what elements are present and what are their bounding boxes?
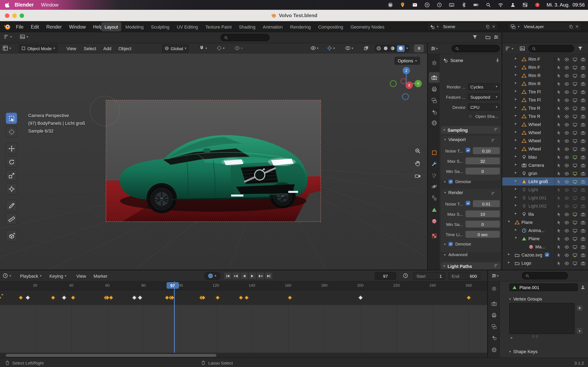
properties-tab-particles[interactable] <box>429 170 439 181</box>
properties-tab-modifiers[interactable] <box>429 159 439 169</box>
disclosure-closed-icon[interactable]: ▸ <box>515 179 517 183</box>
rn-value-field[interactable]: 10 <box>466 210 500 217</box>
outliner-item[interactable]: ▸Rim R <box>502 80 588 88</box>
outliner-item[interactable]: ▸Wheel <box>502 128 588 137</box>
properties-tab-object-data[interactable] <box>429 204 439 215</box>
zoom-tool-icon[interactable] <box>413 146 422 155</box>
shading-solid-icon[interactable] <box>383 46 388 51</box>
outliner-item[interactable]: ▾Plane <box>502 218 588 226</box>
viewport-preset-button[interactable] <box>491 137 495 144</box>
disable-viewport-toggle[interactable] <box>572 64 577 72</box>
list-expand-arrow[interactable]: ▸ <box>511 336 513 340</box>
strip-options-button[interactable] <box>493 34 499 42</box>
properties-tab-texture[interactable] <box>429 230 439 241</box>
outliner-item[interactable]: ▸Rim R <box>502 71 588 80</box>
selectable-toggle[interactable] <box>557 179 562 186</box>
outliner-item[interactable]: ▸blau <box>502 153 588 161</box>
selectable-toggle[interactable] <box>557 219 562 227</box>
keyframe-diamond[interactable] <box>244 295 249 300</box>
xray-toggle[interactable] <box>363 45 369 53</box>
disable-render-toggle[interactable] <box>581 179 586 186</box>
shading-wireframe-icon[interactable] <box>376 46 381 51</box>
topbar-menu-render[interactable]: Render <box>43 21 65 32</box>
pause-render-button[interactable] <box>414 44 424 52</box>
hide-viewport-toggle[interactable] <box>564 236 569 243</box>
camera-view-frame[interactable] <box>106 100 320 221</box>
selectable-toggle[interactable] <box>557 252 562 259</box>
disable-viewport-toggle[interactable] <box>572 146 577 153</box>
hide-viewport-toggle[interactable] <box>564 81 569 88</box>
properties-tab-constraints[interactable] <box>429 192 439 203</box>
tool-transform[interactable] <box>6 183 17 194</box>
disable-viewport-toggle[interactable] <box>572 89 577 96</box>
use-preview-range-button[interactable] <box>403 273 408 280</box>
hide-viewport-toggle[interactable] <box>564 162 569 170</box>
vp-value-field[interactable]: 0 <box>466 167 500 175</box>
disable-viewport-toggle[interactable] <box>572 97 577 104</box>
selectable-toggle[interactable] <box>557 211 562 218</box>
disable-viewport-toggle[interactable] <box>572 179 577 186</box>
keyframe-diamond[interactable] <box>0 295 1 300</box>
outliner-item-label[interactable]: Rim R <box>528 81 541 86</box>
outliner-item[interactable]: ▸Light.001 <box>502 194 588 202</box>
menubar-history-icon[interactable] <box>436 2 442 8</box>
topbar-menu-edit[interactable]: Edit <box>27 21 43 32</box>
datablock-name-field[interactable]: Plane.001 <box>509 284 578 291</box>
keyframe-diamond[interactable] <box>132 295 137 300</box>
timeline-scrollbar-thumb[interactable] <box>6 354 216 357</box>
outliner-display-mode[interactable] <box>519 46 525 53</box>
menubar-record-icon[interactable] <box>534 2 540 8</box>
objpanel-tab-render[interactable] <box>489 299 499 309</box>
outliner-item[interactable]: ▸Wheel <box>502 145 588 153</box>
selectable-toggle[interactable] <box>557 138 562 145</box>
jump-to-start-button[interactable] <box>224 272 232 280</box>
workspace-tab-geometry-nodes[interactable]: Geometry Nodes <box>347 22 388 31</box>
disable-viewport-toggle[interactable] <box>572 236 577 243</box>
disclosure-closed-icon[interactable]: ▸ <box>515 154 517 158</box>
disclosure-closed-icon[interactable]: ▸ <box>515 122 517 125</box>
viewport-subpanel-header[interactable]: ▾Viewport <box>444 137 466 142</box>
keyframe-diamond[interactable] <box>239 295 243 300</box>
timeline-menu-playback[interactable]: Playback▾ <box>16 270 45 281</box>
display-mode-button[interactable]: ▾ <box>20 34 28 40</box>
editor-type-button[interactable]: ▾ <box>3 34 12 40</box>
disclosure-closed-icon[interactable]: ▸ <box>515 195 517 199</box>
hide-viewport-toggle[interactable] <box>564 252 569 259</box>
disable-render-toggle[interactable] <box>581 244 586 251</box>
selectable-toggle[interactable] <box>557 97 562 104</box>
disable-render-toggle[interactable] <box>581 81 586 88</box>
disclosure-closed-icon[interactable]: ▸ <box>515 105 517 109</box>
disclosure-closed-icon[interactable]: ▸ <box>515 113 517 117</box>
outliner-item[interactable]: ▸Tire R <box>502 112 588 120</box>
outliner-item-label[interactable]: Tire R <box>528 105 540 110</box>
menubar-play-icon[interactable] <box>424 2 430 8</box>
keyframe-diamond[interactable] <box>288 295 292 300</box>
selectable-toggle[interactable] <box>557 105 562 113</box>
prop-dropdown-render[interactable]: Cycles▾ <box>468 83 500 90</box>
timeline-keyframe-channel[interactable]: ▸ <box>0 290 487 305</box>
pan-hand-icon[interactable] <box>413 159 422 168</box>
hide-viewport-toggle[interactable] <box>564 187 569 194</box>
outliner-item[interactable]: ▸lila <box>502 210 588 218</box>
current-frame-field[interactable]: 97 <box>375 272 396 280</box>
disable-render-toggle[interactable] <box>581 122 586 129</box>
topbar-menu-window[interactable]: Window <box>65 21 89 32</box>
properties-search[interactable] <box>452 45 500 52</box>
hide-viewport-toggle[interactable] <box>564 105 569 113</box>
tool-select-box[interactable] <box>6 113 17 124</box>
navigation-gizmo[interactable]: Z X Y <box>384 59 427 108</box>
outliner-item-label[interactable]: Logo <box>521 260 531 265</box>
outliner-item-label[interactable]: blau <box>528 154 537 159</box>
outliner-item[interactable]: ▸Camera <box>502 161 588 169</box>
menubar-user-icon[interactable] <box>510 2 516 8</box>
channel-expand-arrow[interactable]: ▸ <box>2 292 3 296</box>
outliner-item-label[interactable]: grün <box>528 171 537 175</box>
outliner-item[interactable]: ▸Light.002 <box>502 202 588 210</box>
outliner-item-label[interactable]: Tire R <box>528 114 540 118</box>
timeline-menu-marker[interactable]: Marker <box>90 270 111 281</box>
disable-viewport-toggle[interactable] <box>572 162 577 170</box>
menubar-control-center-icon[interactable] <box>522 2 528 8</box>
render-preset-button[interactable] <box>491 190 495 197</box>
timeline-ruler[interactable]: 20406080100120140160180200220240260 <box>0 281 487 290</box>
hide-viewport-toggle[interactable] <box>564 97 569 104</box>
